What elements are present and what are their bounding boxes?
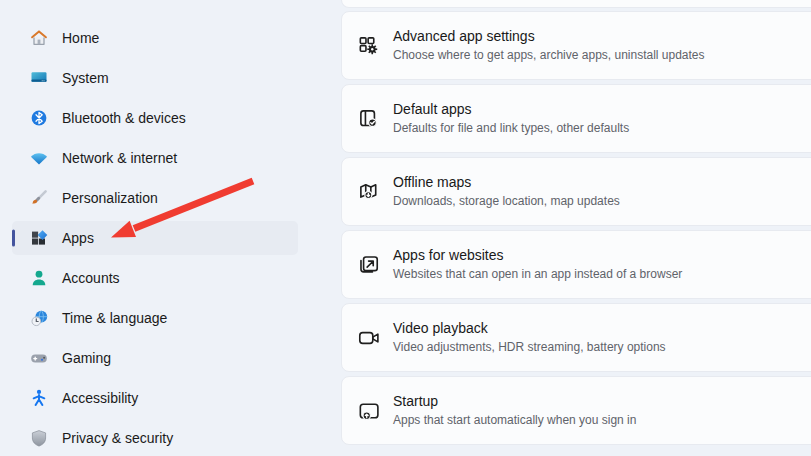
card-title: Advanced app settings xyxy=(393,28,705,45)
apps-icon xyxy=(29,228,49,248)
selection-accent-bar xyxy=(12,230,15,247)
default-apps-icon xyxy=(355,105,382,132)
card-text: Advanced app settingsChoose where to get… xyxy=(393,28,705,63)
card-text: Offline mapsDownloads, storage location,… xyxy=(393,174,620,209)
sidebar-item-network-internet[interactable]: Network & internet xyxy=(12,141,298,175)
card-subtitle: Downloads, storage location, map updates xyxy=(393,194,620,209)
privacy-security-icon xyxy=(29,428,49,448)
accessibility-icon xyxy=(29,388,49,408)
card-subtitle: Choose where to get apps, archive apps, … xyxy=(393,48,705,63)
card-title: Apps for websites xyxy=(393,247,682,264)
sidebar-item-personalization[interactable]: Personalization xyxy=(12,181,298,215)
personalization-icon xyxy=(29,188,49,208)
settings-sidebar: HomeSystemBluetooth & devicesNetwork & i… xyxy=(0,0,316,456)
settings-card-advanced-app-settings[interactable]: Advanced app settingsChoose where to get… xyxy=(341,11,811,80)
sidebar-item-label: Gaming xyxy=(62,350,111,366)
card-text: Video playbackVideo adjustments, HDR str… xyxy=(393,320,666,355)
card-title: Video playback xyxy=(393,320,666,337)
sidebar-item-label: Time & language xyxy=(62,310,167,326)
sidebar-item-label: Home xyxy=(62,30,99,46)
card-subtitle: Defaults for file and link types, other … xyxy=(393,121,629,136)
card-subtitle: Websites that can open in an app instead… xyxy=(393,267,682,282)
sidebar-item-system[interactable]: System xyxy=(12,61,298,95)
video-playback-icon xyxy=(355,324,382,351)
card-subtitle: Apps that start automatically when you s… xyxy=(393,413,636,428)
sidebar-item-privacy-security[interactable]: Privacy & security xyxy=(12,421,298,455)
time-language-icon xyxy=(29,308,49,328)
card-title: Offline maps xyxy=(393,174,620,191)
sidebar-item-label: Bluetooth & devices xyxy=(62,110,186,126)
card-text: Apps for websitesWebsites that can open … xyxy=(393,247,682,282)
partial-card-above[interactable] xyxy=(341,0,811,8)
sidebar-item-accessibility[interactable]: Accessibility xyxy=(12,381,298,415)
settings-card-list: Advanced app settingsChoose where to get… xyxy=(341,0,811,449)
card-title: Startup xyxy=(393,393,636,410)
advanced-app-settings-icon xyxy=(355,32,382,59)
accounts-icon xyxy=(29,268,49,288)
sidebar-item-bluetooth-devices[interactable]: Bluetooth & devices xyxy=(12,101,298,135)
sidebar-item-time-language[interactable]: Time & language xyxy=(12,301,298,335)
settings-window: HomeSystemBluetooth & devicesNetwork & i… xyxy=(0,0,811,456)
card-title: Default apps xyxy=(393,101,629,118)
settings-card-apps-for-websites[interactable]: Apps for websitesWebsites that can open … xyxy=(341,230,811,299)
sidebar-item-label: Accounts xyxy=(62,270,120,286)
network-icon xyxy=(29,148,49,168)
sidebar-item-apps[interactable]: Apps xyxy=(12,221,298,255)
sidebar-item-accounts[interactable]: Accounts xyxy=(12,261,298,295)
bluetooth-icon xyxy=(29,108,49,128)
home-icon xyxy=(29,28,49,48)
settings-card-video-playback[interactable]: Video playbackVideo adjustments, HDR str… xyxy=(341,303,811,372)
sidebar-item-label: Accessibility xyxy=(62,390,138,406)
sidebar-item-label: System xyxy=(62,70,109,86)
sidebar-item-gaming[interactable]: Gaming xyxy=(12,341,298,375)
system-icon xyxy=(29,68,49,88)
settings-card-default-apps[interactable]: Default appsDefaults for file and link t… xyxy=(341,84,811,153)
sidebar-item-label: Network & internet xyxy=(62,150,177,166)
offline-maps-icon xyxy=(355,178,382,205)
card-text: StartupApps that start automatically whe… xyxy=(393,393,636,428)
sidebar-item-label: Personalization xyxy=(62,190,158,206)
sidebar-item-label: Privacy & security xyxy=(62,430,173,446)
settings-card-startup[interactable]: StartupApps that start automatically whe… xyxy=(341,376,811,445)
card-text: Default appsDefaults for file and link t… xyxy=(393,101,629,136)
settings-card-offline-maps[interactable]: Offline mapsDownloads, storage location,… xyxy=(341,157,811,226)
apps-for-websites-icon xyxy=(355,251,382,278)
startup-icon xyxy=(355,397,382,424)
card-subtitle: Video adjustments, HDR streaming, batter… xyxy=(393,340,666,355)
gaming-icon xyxy=(29,348,49,368)
sidebar-item-home[interactable]: Home xyxy=(12,21,298,55)
sidebar-item-label: Apps xyxy=(62,230,94,246)
